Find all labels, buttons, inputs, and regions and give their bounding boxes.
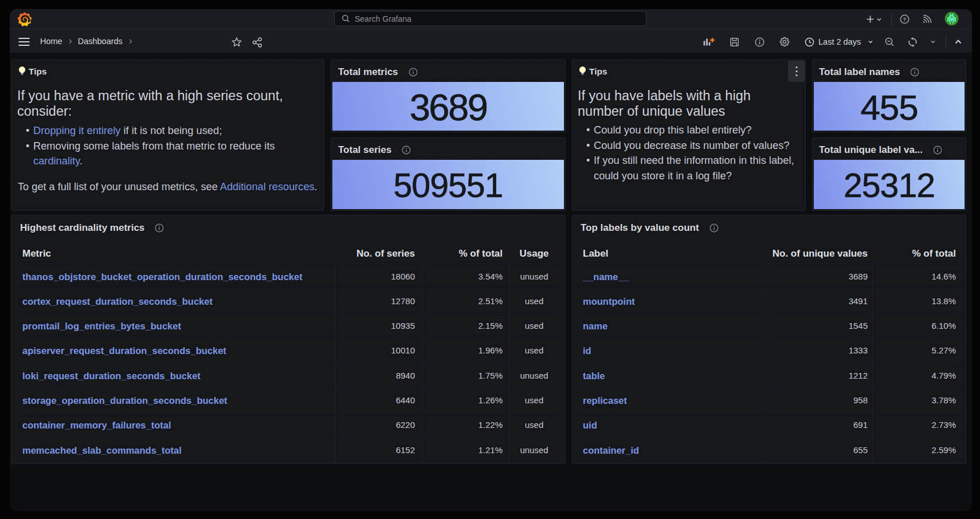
svg-text:?: ? <box>903 16 907 22</box>
